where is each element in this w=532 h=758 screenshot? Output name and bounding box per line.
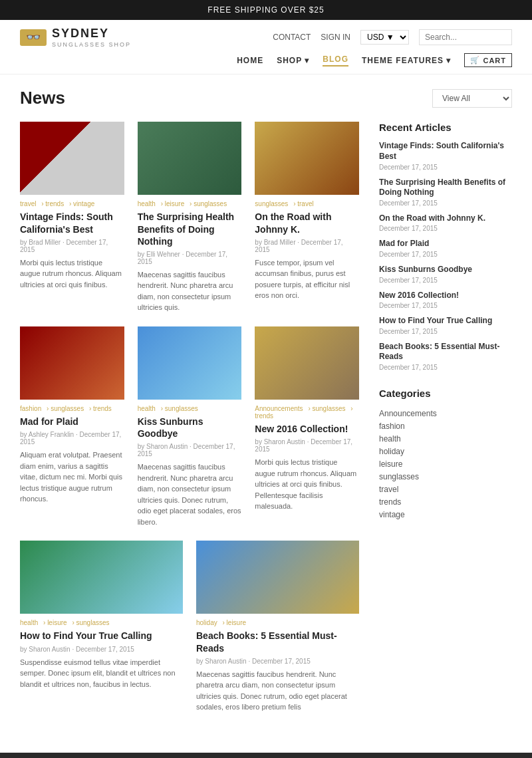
article-card-3: sunglasses › travel On the Road with Joh… [255,122,359,313]
content-area: travel › trends › vintage Vintage Finds:… [20,122,512,725]
currency-selector[interactable]: USD ▼ [360,30,409,45]
article-card-4: fashion › sunglasses › trends Mad for Pl… [20,326,124,527]
grid-row-1: travel › trends › vintage Vintage Finds:… [20,122,359,313]
categories-list: Announcements fashion health holiday lei… [379,407,512,521]
article-excerpt-7: Suspendisse euismod tellus vitae imperdi… [20,657,183,690]
view-all-select[interactable]: View All [432,89,512,108]
article-meta-4: by Ashley Franklin · December 17, 2015 [20,431,124,445]
page-header: News View All [20,88,512,108]
category-leisure: leisure [379,457,512,470]
logo[interactable]: 👓 SYDNEY SUNGLASSES SHOP [20,27,131,48]
cart-label: CART [483,57,506,64]
category-announcements: Announcements [379,407,512,420]
category-travel: travel [379,483,512,495]
category-vintage: vintage [379,508,512,521]
article-title-6[interactable]: New 2016 Collection! [255,423,359,435]
article-tags-1: travel › trends › vintage [20,200,124,207]
category-sunglasses: sunglasses [379,470,512,483]
grid-row-3: health › leisure › sunglasses How to Fin… [20,541,359,712]
article-title-8[interactable]: Beach Books: 5 Essential Must-Reads [196,630,359,654]
brand-name: SYDNEY [52,27,131,41]
nav-home[interactable]: HOME [237,56,263,65]
category-trends: trends [379,495,512,508]
recent-article-1: Vintage Finds: South California's Best D… [379,141,512,170]
sidebar: Recent Articles Vintage Finds: South Cal… [379,122,512,725]
article-image-5 [138,326,242,400]
nav-blog[interactable]: BLOG [323,55,348,66]
article-meta-3: by Brad Miller · December 17, 2015 [255,239,359,253]
blog-grid: travel › trends › vintage Vintage Finds:… [20,122,359,725]
main-content: News View All travel › trends › vintage … [0,74,532,739]
article-excerpt-2: Maecenas sagittis faucibus hendrerit. Nu… [138,269,242,313]
brand-sub: SUNGLASSES SHOP [52,41,131,49]
article-tags-4: fashion › sunglasses › trends [20,405,124,412]
recent-article-8: Beach Books: 5 Essential Must-Reads Dece… [379,342,512,371]
article-meta-1: by Brad Miller · December 17, 2015 [20,239,124,253]
article-card-1: travel › trends › vintage Vintage Finds:… [20,122,124,313]
header: 👓 SYDNEY SUNGLASSES SHOP CONTACT SIGN IN… [0,20,532,74]
article-image-7 [20,541,183,614]
categories-section: Categories Announcements fashion health … [379,388,512,521]
article-card-7: health › leisure › sunglasses How to Fin… [20,541,183,712]
article-tags-6: Announcements › sunglasses › trends [255,405,359,420]
article-tags-5: health › sunglasses [138,405,242,412]
article-tags-8: holiday › leisure [196,619,359,626]
article-image-1 [20,122,124,195]
article-tags-3: sunglasses › travel [255,200,359,207]
article-image-2 [138,122,242,195]
recent-article-4: Mad for Plaid December 17, 2015 [379,239,512,258]
article-meta-5: by Sharon Austin · December 17, 2015 [138,443,242,457]
header-nav-bottom: HOME SHOP ▾ BLOG THEME FEATURES ▾ 🛒 CART [20,53,512,67]
logo-icon: 👓 [20,29,47,46]
article-title-2[interactable]: The Surprising Health Benefits of Doing … [138,211,242,247]
category-fashion: fashion [379,420,512,432]
logo-glasses: 👓 [26,30,41,45]
page-title: News [20,88,65,108]
article-excerpt-1: Morbi quis lectus tristique augue rutrum… [20,257,124,291]
article-title-7[interactable]: How to Find Your True Calling [20,630,183,642]
cart-button[interactable]: 🛒 CART [464,53,512,67]
recent-article-5: Kiss Sunburns Goodbye December 17, 2015 [379,265,512,284]
recent-article-6: New 2016 Collection! December 17, 2015 [379,291,512,310]
article-image-8 [196,541,359,614]
article-excerpt-4: Aliquam erat volutpat. Praesent diam eni… [20,449,124,505]
article-title-5[interactable]: Kiss Sunburns Goodbye [138,416,242,440]
cart-icon: 🛒 [470,56,480,64]
article-title-1[interactable]: Vintage Finds: South California's Best [20,211,124,235]
nav-shop[interactable]: SHOP ▾ [277,56,309,65]
article-title-4[interactable]: Mad for Plaid [20,416,124,428]
top-bar: FREE SHIPPING OVER $25 [0,0,532,20]
article-card-8: holiday › leisure Beach Books: 5 Essenti… [196,541,359,712]
article-meta-2: by Elli Wehner · December 17, 2015 [138,251,242,265]
article-excerpt-6: Morbi quis lectus tristique augue rutrum… [255,457,359,512]
article-excerpt-8: Maecenas sagittis faucibus hendrerit. Nu… [196,669,359,713]
recent-articles-title: Recent Articles [379,122,512,133]
article-tags-2: health › leisure › sunglasses [138,200,242,207]
shipping-message: FREE SHIPPING OVER $25 [207,5,324,15]
article-card-5: health › sunglasses Kiss Sunburns Goodby… [138,326,242,527]
signin-link[interactable]: SIGN IN [321,33,350,42]
categories-title: Categories [379,388,512,399]
article-card-2: health › leisure › sunglasses The Surpri… [138,122,242,313]
article-meta-8: by Sharon Austin · December 17, 2015 [196,658,359,665]
recent-article-2: The Surprising Health Benefits of Doing … [379,178,512,207]
article-title-3[interactable]: On the Road with Johnny K. [255,211,359,235]
article-image-4 [20,326,124,400]
article-excerpt-3: Fusce tempor, ipsum vel accumsan finibus… [255,257,359,301]
recent-article-7: How to Find Your True Calling December 1… [379,316,512,335]
category-holiday: holiday [379,445,512,457]
recent-article-3: On the Road with Johnny K. December 17, … [379,213,512,233]
nav-theme-features[interactable]: THEME FEATURES ▾ [362,56,451,65]
contact-link[interactable]: CONTACT [273,33,311,42]
logo-text: SYDNEY SUNGLASSES SHOP [52,27,131,48]
article-image-6 [255,326,359,400]
recent-articles-section: Recent Articles Vintage Finds: South Cal… [379,122,512,371]
search-input[interactable] [419,29,512,45]
article-card-6: Announcements › sunglasses › trends New … [255,326,359,527]
article-tags-7: health › leisure › sunglasses [20,619,183,626]
article-meta-6: by Sharon Austin · December 17, 2015 [255,438,359,453]
grid-row-2: fashion › sunglasses › trends Mad for Pl… [20,326,359,527]
article-excerpt-5: Maecenas sagittis faucibus hendrerit. Nu… [138,461,242,527]
header-nav-top: CONTACT SIGN IN USD ▼ [273,29,512,45]
article-meta-7: by Sharon Austin · December 17, 2015 [20,646,183,653]
